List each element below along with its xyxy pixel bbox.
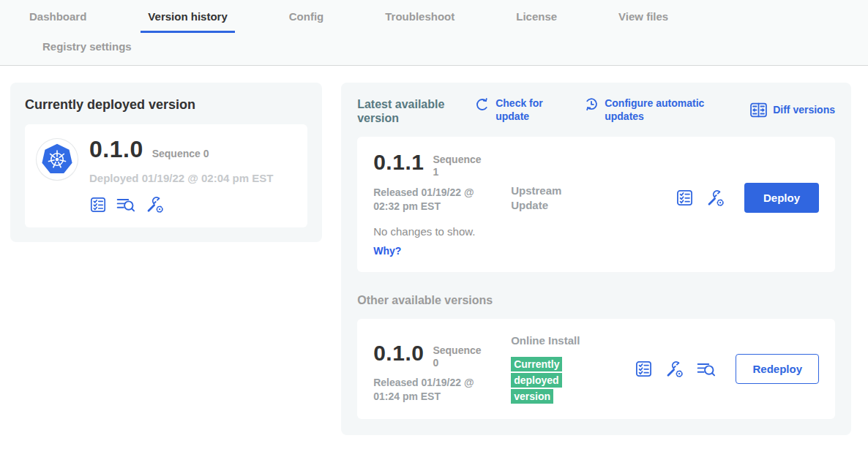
latest-available-panel: Latest available version Check for updat… xyxy=(341,83,851,435)
check-for-update-label: Check for update xyxy=(495,97,554,123)
tab-registry-settings[interactable]: Registry settings xyxy=(35,40,139,53)
latest-version-number: 0.1.1 xyxy=(373,151,424,173)
currently-deployed-title: Currently deployed version xyxy=(25,97,307,113)
diff-versions-link[interactable]: Diff versions xyxy=(749,97,835,123)
other-versions-title: Other available versions xyxy=(357,294,835,307)
other-sequence-label: Sequence 0 xyxy=(433,344,484,369)
latest-sequence-label: Sequence 1 xyxy=(433,154,484,178)
main-content: Currently deployed version xyxy=(0,66,868,435)
kubernetes-wheel-icon xyxy=(44,146,70,173)
nav-row-2: Registry settings xyxy=(0,33,868,65)
edit-config-icon[interactable] xyxy=(665,359,684,379)
tab-license[interactable]: License xyxy=(509,10,564,33)
tab-view-files[interactable]: View files xyxy=(611,10,676,33)
redeploy-button[interactable]: Redeploy xyxy=(736,354,819,384)
other-source-label: Online Install xyxy=(511,333,593,348)
configure-automatic-updates-label: Configure automatic updates xyxy=(605,97,720,123)
other-version-card: 0.1.0 Sequence 0 Released 01/19/22 @ 01:… xyxy=(357,319,835,420)
header-actions: Check for update Configure automatic upd… xyxy=(474,97,835,123)
kubernetes-heptagon xyxy=(40,143,74,176)
currently-deployed-card: 0.1.0 Sequence 0 Deployed 01/19/22 @ 02:… xyxy=(25,124,307,227)
current-version-actions xyxy=(89,195,273,214)
other-source-column: Online Install Currently deployed versio… xyxy=(511,333,593,405)
latest-version-actions: Deploy xyxy=(676,183,819,213)
latest-version-info: 0.1.1 Sequence 1 Released 01/19/22 @ 02:… xyxy=(373,151,511,213)
top-navbar: Dashboard Version history Config Trouble… xyxy=(0,0,868,66)
tab-troubleshoot[interactable]: Troubleshoot xyxy=(378,10,462,33)
currently-deployed-panel: Currently deployed version xyxy=(10,83,322,242)
tab-dashboard[interactable]: Dashboard xyxy=(22,10,94,33)
deploy-button[interactable]: Deploy xyxy=(744,183,819,213)
current-deployed-timestamp: Deployed 01/19/22 @ 02:04 pm EST xyxy=(89,172,273,184)
why-link[interactable]: Why? xyxy=(373,245,401,257)
current-version-info: 0.1.0 Sequence 0 Deployed 01/19/22 @ 02:… xyxy=(89,136,273,214)
diff-icon xyxy=(749,101,768,119)
check-update-icon xyxy=(474,97,490,113)
auto-update-icon xyxy=(583,97,599,113)
preflight-checklist-icon[interactable] xyxy=(635,360,653,378)
kubernetes-logo xyxy=(37,139,78,180)
tab-version-history[interactable]: Version history xyxy=(141,10,234,33)
current-sequence-label: Sequence 0 xyxy=(152,148,209,159)
deploy-logs-icon[interactable] xyxy=(696,360,717,379)
currently-deployed-badge-text: Currently deployed version xyxy=(511,357,562,404)
preflight-checklist-icon[interactable] xyxy=(676,189,694,207)
configure-automatic-updates-link[interactable]: Configure automatic updates xyxy=(583,97,720,123)
latest-released-timestamp: Released 01/19/22 @ 02:32 pm EST xyxy=(373,186,492,214)
tab-config[interactable]: Config xyxy=(282,10,331,33)
currently-deployed-badge: Currently deployed version xyxy=(511,356,565,404)
current-version-row: 0.1.0 Sequence 0 xyxy=(89,136,273,163)
latest-version-card: 0.1.1 Sequence 1 Released 01/19/22 @ 02:… xyxy=(357,137,835,271)
check-for-update-link[interactable]: Check for update xyxy=(474,97,554,123)
latest-available-header: Latest available version Check for updat… xyxy=(357,97,835,125)
current-version-number: 0.1.0 xyxy=(89,136,143,163)
latest-source-label: Upstream Update xyxy=(511,184,593,212)
nav-row-1: Dashboard Version history Config Trouble… xyxy=(0,0,868,33)
no-changes-text: No changes to show. xyxy=(373,225,819,238)
other-released-timestamp: Released 01/19/22 @ 01:24 pm EST xyxy=(373,376,492,404)
deploy-logs-icon[interactable] xyxy=(116,195,136,214)
other-version-actions: Redeploy xyxy=(635,354,819,384)
other-version-info: 0.1.0 Sequence 0 Released 01/19/22 @ 01:… xyxy=(373,342,511,404)
preflight-checklist-icon[interactable] xyxy=(89,196,107,214)
edit-config-icon[interactable] xyxy=(145,195,165,214)
diff-versions-label: Diff versions xyxy=(773,104,835,117)
other-version-number: 0.1.0 xyxy=(373,342,424,364)
edit-config-icon[interactable] xyxy=(706,188,725,208)
latest-available-title: Latest available version xyxy=(357,97,458,125)
